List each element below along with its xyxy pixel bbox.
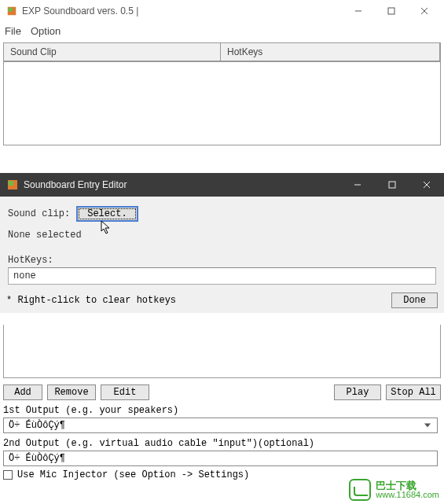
table-header: Sound Clip HotKeys — [3, 42, 441, 62]
watermark-bot: www.11684.com — [376, 491, 439, 499]
add-button[interactable]: Add — [3, 384, 42, 400]
dialog-title: Soundboard Entry Editor — [24, 179, 340, 190]
content-area: Sound Clip HotKeys — [0, 39, 444, 149]
soundclip-row: Sound clip: Select. — [8, 206, 436, 222]
dialog-icon — [8, 180, 17, 189]
output2-select[interactable]: Ö÷ ÉùÒôÇý¶ — [3, 451, 438, 466]
bottom-section: Add Remove Edit Play Stop All 1st Output… — [3, 325, 441, 480]
select-button[interactable]: Select. — [76, 206, 138, 222]
none-selected-text: None selected — [8, 230, 436, 241]
soundclip-label: Sound clip: — [8, 208, 70, 219]
menu-file[interactable]: File — [5, 25, 21, 37]
output1-value: Ö÷ ÉùÒôÇý¶ — [9, 420, 65, 431]
window-title: EXP Soundboard vers. 0.5 | — [22, 6, 342, 17]
hotkeys-input[interactable] — [8, 267, 436, 285]
window-controls — [342, 2, 441, 20]
maximize-button[interactable] — [375, 2, 408, 20]
output1-select[interactable]: Ö÷ ÉùÒôÇý¶ — [3, 418, 438, 433]
dialog-footer: * Right-click to clear hotkeys Done — [0, 288, 444, 313]
watermark: 巴士下载 www.11684.com — [344, 476, 444, 504]
app-icon — [6, 6, 17, 17]
edit-button[interactable]: Edit — [101, 384, 149, 400]
main-window: EXP Soundboard vers. 0.5 | File Option S… — [0, 0, 444, 149]
remove-button[interactable]: Remove — [47, 384, 96, 400]
dialog-body: Sound clip: Select. None selected HotKey… — [0, 197, 444, 288]
stopall-button[interactable]: Stop All — [386, 384, 441, 400]
entry-editor-dialog: Soundboard Entry Editor Sound clip: Sele… — [0, 173, 444, 313]
minimize-button[interactable] — [342, 2, 375, 20]
mic-injector-checkbox[interactable] — [3, 470, 13, 480]
menu-option[interactable]: Option — [31, 25, 61, 37]
column-header-hotkeys[interactable]: HotKeys — [221, 43, 440, 61]
table-body[interactable] — [3, 62, 441, 145]
done-button[interactable]: Done — [391, 292, 438, 308]
hotkeys-label: HotKeys: — [8, 255, 436, 266]
titlebar: EXP Soundboard vers. 0.5 | — [0, 0, 444, 22]
dialog-close-button[interactable] — [409, 173, 444, 197]
output1-label: 1st Output (e.g. your speakers) — [3, 405, 441, 416]
button-row: Add Remove Edit Play Stop All — [3, 384, 441, 400]
clear-hotkeys-note: * Right-click to clear hotkeys — [6, 295, 176, 306]
dialog-minimize-button[interactable] — [340, 173, 375, 197]
svg-rect-9 — [389, 182, 395, 188]
column-header-soundclip[interactable]: Sound Clip — [4, 43, 221, 61]
svg-rect-7 — [9, 181, 13, 186]
svg-rect-1 — [9, 8, 13, 12]
table-body-continued[interactable] — [3, 325, 441, 378]
close-button[interactable] — [408, 2, 441, 20]
dialog-maximize-button[interactable] — [375, 173, 409, 197]
mic-injector-label: Use Mic Injector (see Option -> Settings… — [17, 469, 249, 480]
output2-value: Ö÷ ÉùÒôÇý¶ — [9, 453, 65, 464]
dialog-titlebar[interactable]: Soundboard Entry Editor — [0, 173, 444, 197]
svg-rect-3 — [388, 8, 394, 14]
play-button[interactable]: Play — [334, 384, 381, 400]
output2-label: 2nd Output (e.g. virtual audio cable "in… — [3, 438, 441, 449]
menubar: File Option — [0, 22, 444, 39]
watermark-logo-icon — [349, 479, 371, 501]
